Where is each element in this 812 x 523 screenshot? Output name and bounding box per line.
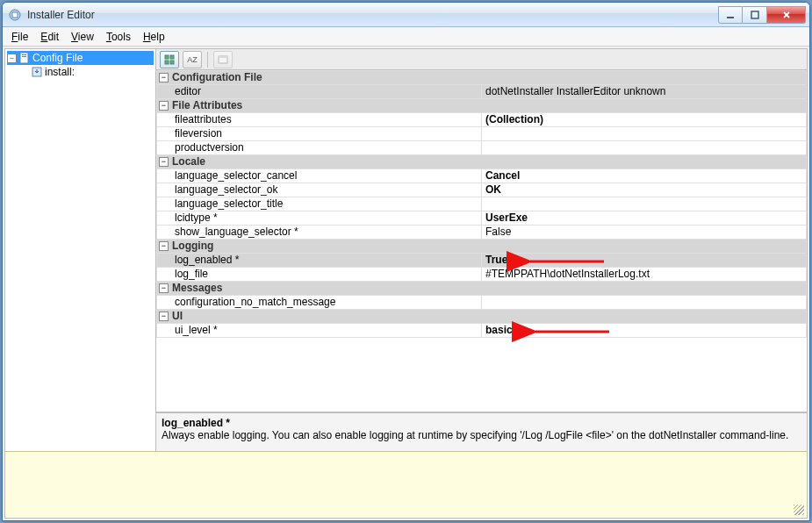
maximize-button[interactable] [743, 6, 767, 24]
property-row[interactable]: configuration_no_match_message [157, 296, 807, 310]
category-row[interactable]: −File Attributes [157, 99, 807, 113]
property-value[interactable]: basic [482, 324, 807, 338]
svg-rect-3 [751, 11, 758, 18]
category-row[interactable]: −Locale [157, 155, 807, 169]
config-file-icon [18, 52, 31, 64]
property-name[interactable]: fileversion [157, 127, 482, 141]
resize-grip-icon[interactable] [794, 505, 804, 515]
property-row[interactable]: editordotNetInstaller InstallerEditor un… [157, 85, 807, 99]
collapse-icon[interactable]: − [159, 283, 169, 293]
close-button[interactable] [767, 6, 806, 24]
svg-rect-2 [727, 17, 734, 18]
svg-rect-9 [170, 55, 174, 59]
property-name[interactable]: fileattributes [157, 113, 482, 127]
svg-rect-6 [22, 56, 26, 57]
property-row[interactable]: language_selector_title [157, 197, 807, 211]
property-grid[interactable]: −Configuration FileeditordotNetInstaller… [156, 70, 807, 412]
property-name[interactable]: configuration_no_match_message [157, 296, 482, 310]
property-row[interactable]: log_file#TEMPPATH\dotNetInstallerLog.txt [157, 268, 807, 282]
tree-node-child[interactable]: install: [7, 65, 154, 79]
client-area: − Config File install: AZ [4, 48, 808, 519]
help-panel: log_enabled * Always enable logging. You… [156, 412, 807, 451]
category-label: Locale [172, 155, 205, 168]
property-name[interactable]: log_enabled * [157, 254, 482, 268]
help-title: log_enabled * [162, 417, 801, 429]
property-name[interactable]: ui_level * [157, 324, 482, 338]
property-row[interactable]: ui_level *basic [157, 324, 807, 338]
titlebar[interactable]: Installer Editor [3, 3, 809, 27]
property-value[interactable] [482, 296, 807, 310]
svg-rect-13 [219, 56, 227, 58]
menu-tools[interactable]: Tools [101, 29, 136, 45]
property-value[interactable] [482, 141, 807, 155]
categorized-button[interactable] [160, 51, 179, 68]
tree-node-root[interactable]: − Config File [7, 51, 154, 65]
status-panel [5, 451, 807, 518]
property-toolbar: AZ [156, 49, 807, 70]
app-icon [8, 8, 22, 22]
menu-view[interactable]: View [66, 29, 99, 45]
property-value[interactable]: False [482, 226, 807, 240]
collapse-icon[interactable]: − [159, 312, 169, 321]
property-name[interactable]: editor [157, 85, 482, 99]
property-row[interactable]: log_enabled *True [157, 254, 807, 268]
property-value[interactable] [482, 197, 807, 211]
property-row[interactable]: lcidtype *UserExe [157, 211, 807, 226]
property-name[interactable]: language_selector_ok [157, 183, 482, 197]
minimize-button[interactable] [718, 6, 743, 24]
property-name[interactable]: productversion [157, 141, 482, 155]
svg-rect-5 [22, 54, 26, 55]
category-label: Messages [172, 282, 222, 294]
property-pages-button[interactable] [213, 51, 233, 68]
menu-help[interactable]: Help [138, 29, 170, 45]
svg-rect-11 [170, 61, 174, 64]
property-value[interactable]: OK [482, 183, 807, 197]
window-controls [718, 6, 806, 24]
menu-file[interactable]: File [6, 29, 33, 45]
collapse-icon[interactable]: − [159, 101, 169, 111]
category-label: File Attributes [172, 99, 242, 111]
svg-rect-4 [20, 53, 28, 63]
collapse-icon[interactable]: − [159, 157, 169, 167]
window-title: Installer Editor [27, 9, 718, 21]
tree-node-label: install: [45, 65, 75, 79]
toolbar-separator [207, 52, 208, 68]
property-name[interactable]: language_selector_cancel [157, 169, 482, 183]
category-row[interactable]: −Logging [157, 240, 807, 254]
tree-panel[interactable]: − Config File install: [5, 49, 156, 451]
collapse-icon[interactable]: − [159, 73, 169, 82]
window: Installer Editor File Edit View Tools He… [2, 2, 810, 521]
property-row[interactable]: fileversion [157, 127, 807, 141]
collapse-icon[interactable]: − [159, 241, 169, 251]
menu-edit[interactable]: Edit [35, 29, 64, 45]
category-label: UI [172, 310, 183, 322]
property-panel: AZ −Configuration FileeditordotNetInstal… [156, 49, 807, 451]
property-row[interactable]: productversion [157, 141, 807, 155]
property-row[interactable]: language_selector_okOK [157, 183, 807, 197]
property-name[interactable]: show_language_selector * [157, 226, 482, 240]
svg-rect-8 [165, 55, 169, 59]
help-body: Always enable logging. You can also enab… [162, 429, 801, 441]
category-label: Logging [172, 240, 213, 252]
property-value[interactable]: dotNetInstaller InstallerEditor unknown [482, 85, 807, 99]
property-value[interactable]: True [482, 254, 807, 268]
property-row[interactable]: language_selector_cancelCancel [157, 169, 807, 183]
property-value[interactable]: UserExe [482, 211, 807, 226]
property-name[interactable]: log_file [157, 268, 482, 282]
property-value[interactable]: (Collection) [482, 113, 807, 127]
category-row[interactable]: −Messages [157, 282, 807, 296]
category-row[interactable]: −UI [157, 310, 807, 324]
property-value[interactable]: Cancel [482, 169, 807, 183]
property-row[interactable]: show_language_selector *False [157, 226, 807, 240]
category-label: Configuration File [172, 71, 262, 83]
splitter: − Config File install: AZ [5, 49, 807, 451]
tree-collapse-icon[interactable]: − [7, 54, 17, 63]
alphabetical-button[interactable]: AZ [183, 51, 202, 68]
property-name[interactable]: language_selector_title [157, 197, 482, 211]
category-row[interactable]: −Configuration File [157, 71, 807, 85]
property-name[interactable]: lcidtype * [157, 211, 482, 226]
tree-node-label: Config File [32, 51, 83, 65]
property-value[interactable] [482, 127, 807, 141]
property-row[interactable]: fileattributes(Collection) [157, 113, 807, 127]
property-value[interactable]: #TEMPPATH\dotNetInstallerLog.txt [482, 268, 807, 282]
